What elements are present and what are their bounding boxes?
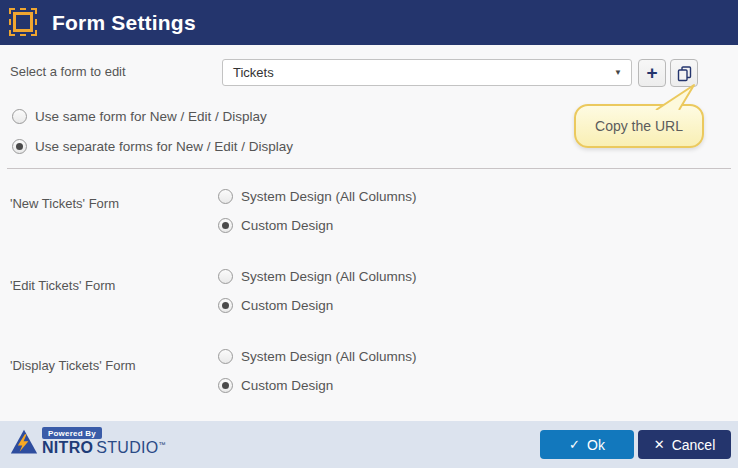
radio-option-display-system-design[interactable]: System Design (All Columns) <box>218 349 417 364</box>
radio-option-display-custom-design[interactable]: Custom Design <box>218 378 333 393</box>
radio-label: Custom Design <box>241 378 333 393</box>
radio-option-edit-system-design[interactable]: System Design (All Columns) <box>218 269 417 284</box>
dialog-header: Form Settings <box>0 0 738 45</box>
ok-button[interactable]: ✓ Ok <box>540 430 634 459</box>
nitro-studio-logo: Powered By NITROSTUDIO™ <box>10 427 166 456</box>
radio-icon[interactable] <box>218 269 233 284</box>
radio-label: Use same form for New / Edit / Display <box>35 109 267 124</box>
radio-option-new-system-design[interactable]: System Design (All Columns) <box>218 189 417 204</box>
tooltip-tail <box>648 82 704 110</box>
select-dropdown-arrow-icon: ▼ <box>614 60 622 85</box>
radio-option-new-custom-design[interactable]: Custom Design <box>218 218 333 233</box>
brand-name: NITROSTUDIO™ <box>42 440 166 456</box>
radio-icon[interactable] <box>12 139 27 154</box>
radio-icon[interactable] <box>218 189 233 204</box>
radio-icon[interactable] <box>218 349 233 364</box>
x-icon: ✕ <box>654 437 665 452</box>
radio-label: System Design (All Columns) <box>241 189 417 204</box>
display-form-section-label: 'Display Tickets' Form <box>10 358 136 373</box>
radio-option-edit-custom-design[interactable]: Custom Design <box>218 298 333 313</box>
form-stamp-icon <box>9 8 37 36</box>
copy-icon <box>676 65 693 82</box>
form-settings-dialog: Form Settings Select a form to edit Tick… <box>0 0 738 468</box>
edit-form-section-label: 'Edit Tickets' Form <box>10 278 115 293</box>
radio-label: System Design (All Columns) <box>241 349 417 364</box>
dialog-footer: Powered By NITROSTUDIO™ ✓ Ok ✕ Cancel <box>0 421 738 468</box>
section-divider <box>7 168 731 169</box>
cancel-button[interactable]: ✕ Cancel <box>638 430 731 459</box>
new-form-section-label: 'New Tickets' Form <box>10 196 119 211</box>
check-icon: ✓ <box>569 437 580 452</box>
trademark-symbol: ™ <box>159 441 166 448</box>
radio-label: Use separate forms for New / Edit / Disp… <box>35 139 293 154</box>
select-form-label: Select a form to edit <box>10 64 126 79</box>
radio-option-same-form[interactable]: Use same form for New / Edit / Display <box>12 109 267 124</box>
cancel-button-label: Cancel <box>672 437 716 453</box>
radio-icon[interactable] <box>218 298 233 313</box>
radio-option-separate-forms[interactable]: Use separate forms for New / Edit / Disp… <box>12 139 293 154</box>
dialog-title: Form Settings <box>52 0 196 45</box>
nitro-logo-icon <box>10 428 38 456</box>
brand-light: STUDIO <box>96 439 158 456</box>
powered-by-badge: Powered By <box>42 427 102 439</box>
form-select[interactable]: Tickets ▼ <box>222 59 632 86</box>
ok-button-label: Ok <box>587 437 605 453</box>
plus-icon: + <box>646 63 657 82</box>
copy-url-tooltip: Copy the URL <box>574 104 704 148</box>
radio-label: Custom Design <box>241 298 333 313</box>
radio-icon[interactable] <box>218 218 233 233</box>
form-select-value: Tickets <box>233 65 274 80</box>
radio-label: System Design (All Columns) <box>241 269 417 284</box>
radio-label: Custom Design <box>241 218 333 233</box>
copy-url-tooltip-text: Copy the URL <box>595 118 683 134</box>
brand-bold: NITRO <box>42 439 93 456</box>
radio-icon[interactable] <box>218 378 233 393</box>
radio-icon[interactable] <box>12 109 27 124</box>
